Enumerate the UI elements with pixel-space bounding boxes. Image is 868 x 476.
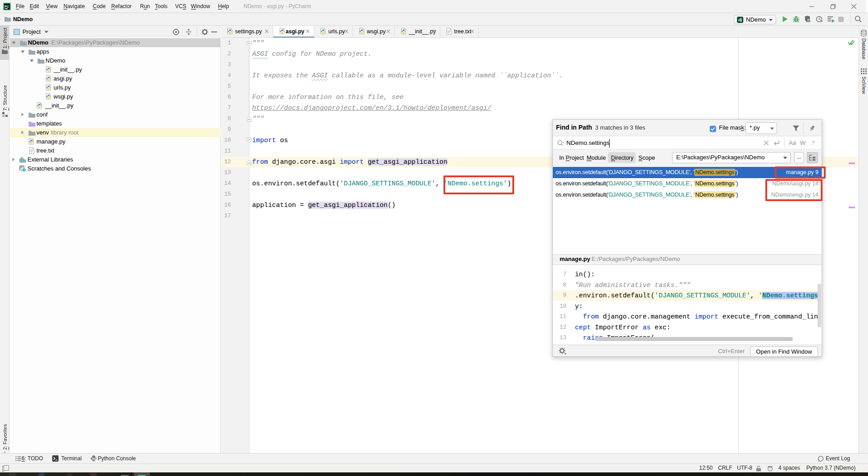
svg-text:PC: PC: [5, 5, 9, 8]
